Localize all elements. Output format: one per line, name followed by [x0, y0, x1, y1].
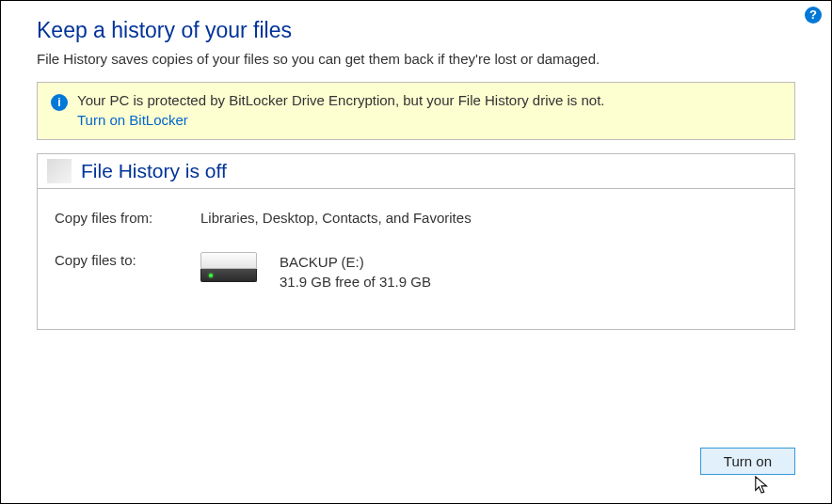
status-icon [47, 159, 72, 183]
turn-on-button[interactable]: Turn on [700, 448, 795, 475]
info-icon: i [51, 94, 68, 111]
copy-to-label: Copy files to: [55, 252, 200, 291]
panel-header: File History is off [38, 154, 794, 189]
file-history-panel: File History is off Copy files from: Lib… [37, 153, 795, 330]
status-title: File History is off [81, 160, 227, 182]
help-icon[interactable]: ? [805, 7, 822, 24]
notice-message: Your PC is protected by BitLocker Drive … [77, 92, 605, 108]
page-subtitle: File History saves copies of your files … [37, 51, 795, 67]
drive-space: 31.9 GB free of 31.9 GB [280, 272, 431, 291]
page-title: Keep a history of your files [37, 18, 795, 43]
drive-icon [200, 252, 259, 284]
turn-on-bitlocker-link[interactable]: Turn on BitLocker [77, 112, 605, 128]
copy-from-label: Copy files from: [55, 210, 200, 226]
bitlocker-notice: i Your PC is protected by BitLocker Driv… [37, 82, 795, 140]
copy-from-value: Libraries, Desktop, Contacts, and Favori… [200, 210, 472, 226]
cursor-icon [754, 475, 771, 496]
drive-name: BACKUP (E:) [280, 252, 431, 272]
